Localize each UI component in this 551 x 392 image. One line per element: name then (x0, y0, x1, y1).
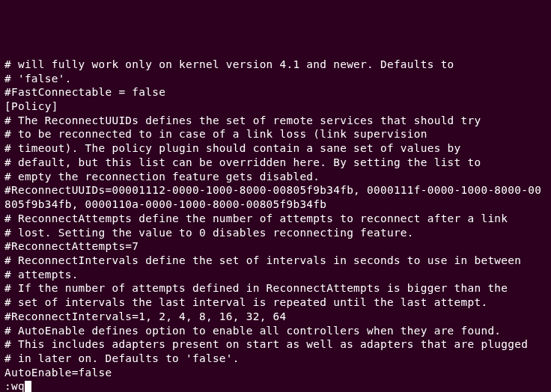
vim-command-line[interactable]: :wq (4, 379, 547, 392)
config-line: #ReconnectUUIDs=00001112-0000-1000-8000-… (4, 183, 547, 211)
config-line: #ReconnectIntervals=1, 2, 4, 8, 16, 32, … (4, 310, 547, 324)
config-line: # attempts. (4, 268, 547, 282)
config-line: # 'false'. (4, 72, 547, 86)
config-line: # timeout). The policy plugin should con… (4, 141, 547, 156)
config-line: # ReconnectAttempts define the number of… (4, 212, 547, 226)
config-line: # AutoEnable defines option to enable al… (4, 324, 547, 338)
config-line: # empty the reconnection feature gets di… (4, 170, 547, 184)
config-line: # will fully work only on kernel version… (4, 58, 547, 72)
config-line: [Policy] (4, 99, 547, 114)
config-line: # ReconnectIntervals define the set of i… (4, 254, 547, 268)
terminal-editor-viewport[interactable]: # will fully work only on kernel version… (4, 58, 547, 392)
config-line: # The ReconnectUUIDs defines the set of … (4, 114, 547, 128)
config-line: # in later on. Defaults to 'false'. (4, 352, 547, 366)
vim-command-text: :wq (4, 379, 25, 392)
config-line: # default, but this list can be overridd… (4, 156, 547, 170)
config-line: # lost. Setting the value to 0 disables … (4, 226, 547, 240)
config-line: AutoEnable=false (4, 366, 547, 380)
config-line: # This includes adapters present on star… (4, 337, 547, 352)
cursor-icon (25, 381, 31, 392)
config-line: # to be reconnected to in case of a link… (4, 127, 547, 141)
config-line: #ReconnectAttempts=7 (4, 239, 547, 254)
config-line: #FastConnectable = false (4, 85, 547, 99)
config-line: # set of intervals the last interval is … (4, 295, 547, 310)
config-line: # If the number of attempts defined in R… (4, 281, 547, 295)
